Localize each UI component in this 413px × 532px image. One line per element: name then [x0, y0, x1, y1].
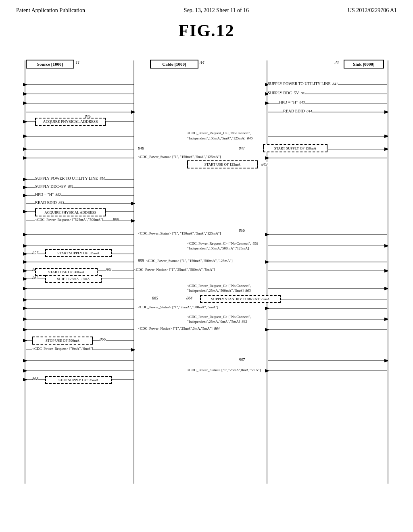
diagram-area: Source [1000] Cable [1000] Sink [0000] 1…: [13, 48, 400, 492]
num-856: 856: [239, 228, 245, 233]
header-center: Sep. 13, 2012 Sheet 11 of 16: [184, 7, 249, 14]
num-11: 11: [75, 60, 80, 66]
stop-use-500-box: STOP USE OF 500mA: [32, 337, 93, 345]
start-supply-525-box: START SUPPLY OF 525mA: [45, 249, 112, 257]
header-left: Patent Application Publication: [16, 7, 85, 14]
label-cdcnotice-861: <CDC_Power_Notice> ["1","25mA","500mA","…: [134, 268, 215, 272]
sink-box: Sink [0000]: [344, 60, 384, 69]
header-right: US 2012/0229706 A1: [348, 7, 397, 14]
start-supply-150-box: START SUPPLY OF 150mA: [263, 144, 327, 152]
acquire-addr-2-box: ACQUIRE PHYSICAL ADDRESS: [35, 208, 106, 216]
label-842: SUPPLY DDC+5V 842: [268, 91, 306, 95]
source-box: Source [1000]: [26, 60, 74, 69]
num-865a: 865: [152, 296, 158, 300]
num-21: 21: [334, 60, 339, 66]
label-851: SUPPLY DDC+5V 851: [35, 184, 73, 189]
stop-supply-525-box: STOP SUPPLY OF 525mA: [45, 376, 112, 384]
num-847: 847: [239, 146, 245, 150]
num-859: 859: [138, 258, 144, 263]
label-846: <CDC_Power_Request_C> ["No Connect", "In…: [187, 131, 252, 141]
num-855: 855: [113, 217, 119, 222]
shift-box: SHIFT 125mA→5mA: [45, 275, 102, 283]
label-cdc-req-855: <CDC_Power_Request> ["525mA","500mA"]: [35, 218, 103, 222]
label-cdcnotice-864: <CDC_Power_Notice> ["1","25mA",0mA,"5mA"…: [138, 326, 219, 330]
page-header: Patent Application Publication Sep. 13, …: [0, 0, 413, 17]
label-841: SUPPLY POWER TO UTILITY LINE 841: [268, 81, 338, 86]
label-863a: <CDC_Power_Request_C> ["No Connect", "In…: [187, 283, 251, 293]
cable-box: Cable [1000]: [150, 60, 198, 69]
num-848: 848: [138, 146, 144, 150]
figure-title: FIG.12: [0, 21, 413, 40]
label-843: HPD = "H" 843: [279, 100, 305, 104]
label-cdc-req-0: <CDC_Power_Request> ["0mA","0mA"]: [32, 347, 93, 351]
start-use-125-box: START USE OF 125mA: [187, 160, 258, 168]
label-cdcstatus3: <CDC_Power_Status> ["1", "150mA","500mA"…: [146, 259, 233, 263]
label-cdcstatus4: <CDC_Power_Status> ["1","25mA","500mA","…: [138, 305, 218, 309]
num-868: 868: [32, 376, 38, 381]
acquire-addr-1-box: ACQUIRE PHYSICAL ADDRESS: [35, 118, 106, 126]
num-866: 866: [100, 337, 106, 341]
supply-standby-box: SUPPLY STANDBY CURRENT 25mA: [200, 295, 281, 303]
label-853: READ EDID 853: [35, 200, 64, 205]
label-844: READ EDID 844: [283, 109, 312, 113]
label-863b: <CDC_Power_Request_C> ["No Connect", "In…: [187, 314, 251, 324]
num-861: 861: [106, 268, 112, 272]
label-cdcstatus5: <CDC_Power_Status> ["1","25mA",0mA,"5mA"…: [187, 368, 261, 372]
num-857: 857: [32, 251, 38, 255]
label-850: SUPPLY POWER TO UTILITY LINE 850: [35, 176, 105, 181]
num-867: 867: [239, 357, 245, 362]
label-852: HPD = "H" 852: [35, 192, 61, 197]
num-849: 849: [261, 162, 267, 166]
label-cdcstatus2: <CDC_Power_Status> ["1", "150mA","5mA","…: [138, 231, 221, 235]
num-864: 864: [186, 296, 192, 300]
num-34: 34: [200, 60, 204, 66]
label-858: <CDC_Power_Request_C> ["No Connect", 858…: [187, 241, 258, 251]
label-cdcstatus1: <CDC_Power_Status> ["1", "150mA","5mA","…: [138, 155, 221, 159]
num-862: 862: [32, 276, 38, 280]
